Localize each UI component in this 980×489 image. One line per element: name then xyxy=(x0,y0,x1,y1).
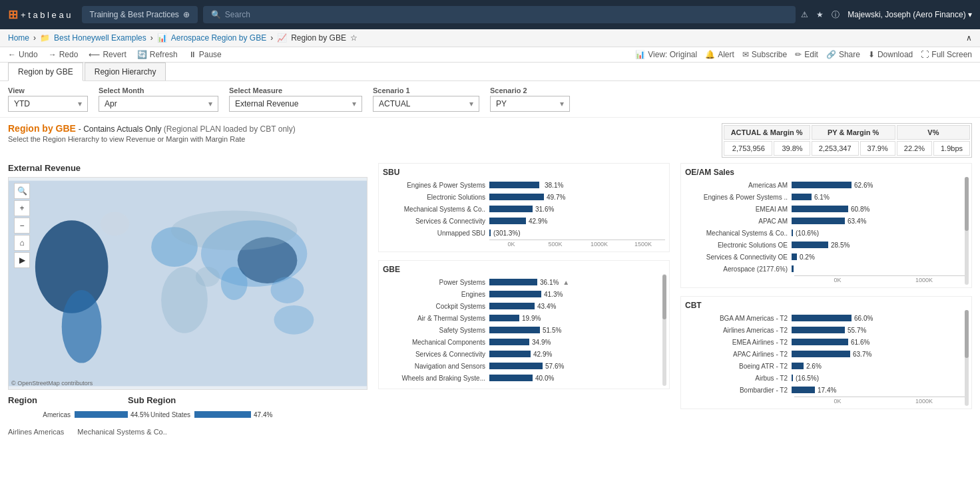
fullscreen-icon: ⛶ xyxy=(921,50,929,59)
gbe-bar-4 xyxy=(489,327,540,333)
gbe-scrollbar-thumb xyxy=(662,275,666,319)
gbe-label-7: Navigation and Sensors xyxy=(383,363,489,370)
sbu-value-2: 31.6% xyxy=(535,206,554,213)
region-row-americas: Americas 44.5% xyxy=(8,409,115,420)
fullscreen-button[interactable]: ⛶ Full Screen xyxy=(921,50,972,59)
measure-arrow: ▾ xyxy=(352,99,356,108)
oe-am-label-4: Mechanical Systems & Co.. xyxy=(685,230,792,237)
breadcrumb-best-examples[interactable]: Best Honeywell Examples xyxy=(54,33,146,43)
pause-icon: ⏸ xyxy=(188,50,196,59)
breadcrumb-collapse[interactable]: ∧ xyxy=(966,33,972,43)
measure-label: Select Measure xyxy=(229,86,362,94)
gbe-title: GBE xyxy=(383,265,665,274)
redo-button[interactable]: → Redo xyxy=(49,50,79,59)
oe-am-scrollbar xyxy=(965,177,969,285)
subscribe-button[interactable]: ✉ Subscribe xyxy=(742,50,787,59)
month-value: Apr xyxy=(105,99,117,108)
cbt-section: CBT BGA AM Americas - T2 66.0% Airlines … xyxy=(680,296,972,409)
map-search-button[interactable]: 🔍 xyxy=(14,183,30,199)
map-section: External Revenue 🔍 + − ⌂ ▶ xyxy=(8,163,368,421)
oe-am-row-3: APAC AM 63.4% xyxy=(685,216,967,226)
breadcrumb-star[interactable]: ☆ xyxy=(350,33,358,43)
subscribe-icon: ✉ xyxy=(742,50,749,59)
map-zoom-out-button[interactable]: − xyxy=(14,218,30,234)
oe-am-title: OE/AM Sales xyxy=(685,168,967,177)
cbt-label-6: Bombardier - T2 xyxy=(685,387,792,394)
svg-point-12 xyxy=(271,277,304,303)
breadcrumb-home[interactable]: Home xyxy=(8,33,29,43)
breadcrumb-folder-icon: 📁 xyxy=(40,33,50,43)
scenario1-label: Scenario 1 xyxy=(373,86,479,94)
middle-section: SBU Engines & Power Systems 38.1% Electr… xyxy=(378,163,670,421)
revert-button[interactable]: ⟵ Revert xyxy=(89,50,126,59)
scenario1-arrow: ▾ xyxy=(469,99,473,108)
cbt-row-0: BGA AM Americas - T2 66.0% xyxy=(685,313,967,323)
gbe-bar-7 xyxy=(489,363,543,369)
map-container[interactable]: 🔍 + − ⌂ ▶ xyxy=(8,177,368,390)
training-tab-label: Training & Best Practices xyxy=(90,10,179,19)
svg-point-2 xyxy=(62,290,102,363)
training-tab[interactable]: Training & Best Practices ⊕ xyxy=(82,6,198,23)
breadcrumb-aerospace[interactable]: Aerospace Region by GBE xyxy=(171,33,266,43)
cbt-scrollbar-thumb xyxy=(965,310,969,358)
month-select[interactable]: Apr ▾ xyxy=(99,96,218,112)
gbe-label-3: Air & Thermal Systems xyxy=(383,315,489,322)
gbe-chart-scroll[interactable]: Power Systems 36.1% ▲ Engines 41.3% xyxy=(383,277,665,385)
gbe-label-8: Wheels and Braking Syste... xyxy=(383,375,489,382)
view-label: View xyxy=(8,86,88,94)
scenario1-filter: Scenario 1 ACTUAL ▾ xyxy=(373,86,479,112)
favorite-icon[interactable]: ★ xyxy=(816,10,824,19)
undo-button[interactable]: ← Undo xyxy=(8,50,38,59)
tab-region-gbe[interactable]: Region by GBE xyxy=(8,63,83,81)
chart-title-block: Region by GBE - Contains Actuals Only (R… xyxy=(8,123,296,143)
toolbar-right: 📊 View: Original 🔔 Alert ✉ Subscribe ✏ E… xyxy=(635,50,972,59)
scenario2-label: Scenario 2 xyxy=(490,86,570,94)
cbt-row-5: Airbus - T2 (16.5%) xyxy=(685,373,967,383)
tab-icon: ⊕ xyxy=(183,10,190,19)
alert-button[interactable]: 🔔 Alert xyxy=(705,50,734,59)
subregion-section: Sub Region United States 47.4% xyxy=(128,395,250,421)
view-value: YTD xyxy=(14,99,30,108)
cbt-label-4: Boeing ATR - T2 xyxy=(685,363,792,370)
scenario2-filter: Scenario 2 PY ▾ xyxy=(490,86,570,112)
view-icon: 📊 xyxy=(635,50,645,59)
measure-select[interactable]: External Revenue ▾ xyxy=(229,96,362,112)
share-button[interactable]: 🔗 Share xyxy=(826,50,860,59)
view-original-button[interactable]: 📊 View: Original xyxy=(635,50,697,59)
summary-actual-val: 2,753,956 xyxy=(724,141,772,156)
gbe-label-4: Safety Systems xyxy=(383,327,489,334)
tab-region-hierarchy[interactable]: Region Hierarchy xyxy=(85,63,166,81)
gbe-row-6: Services & Connectivity 42.9% xyxy=(383,349,665,359)
gbe-bar-1 xyxy=(489,291,541,297)
cbt-chart-scroll[interactable]: BGA AM Americas - T2 66.0% Airlines Amer… xyxy=(685,313,967,405)
map-controls: 🔍 + − ⌂ ▶ xyxy=(14,183,30,268)
map-home-button[interactable]: ⌂ xyxy=(14,235,30,251)
subregion-chart: United States 47.4% xyxy=(128,409,250,420)
sbu-row-2: Mechanical Systems & Co.. 31.6% xyxy=(383,204,665,214)
scenario2-select[interactable]: PY ▾ xyxy=(490,96,570,112)
cbt-label-0: BGA AM Americas - T2 xyxy=(685,315,792,322)
map-zoom-in-button[interactable]: + xyxy=(14,200,30,216)
search-bar[interactable]: 🔍 Search xyxy=(203,6,796,23)
tableau-logo[interactable]: ⊞ + t a b l e a u xyxy=(8,7,71,22)
oe-am-chart-scroll[interactable]: Americas AM 62.6% Engines & Power System… xyxy=(685,180,967,283)
pause-button[interactable]: ⏸ Pause xyxy=(188,50,222,59)
map-play-button[interactable]: ▶ xyxy=(14,252,30,268)
view-select[interactable]: YTD ▾ xyxy=(8,96,88,112)
scenario1-select[interactable]: ACTUAL ▾ xyxy=(373,96,479,112)
region-label: Americas xyxy=(8,411,75,418)
download-button[interactable]: ⬇ Download xyxy=(868,50,913,59)
user-menu[interactable]: Majewski, Joseph (Aero Finance) ▾ xyxy=(848,10,972,19)
oe-am-row-5: Electronic Solutions OE 28.5% xyxy=(685,240,967,250)
map-title: External Revenue xyxy=(8,163,368,173)
edit-button[interactable]: ✏ Edit xyxy=(795,50,818,59)
gbe-label-2: Cockpit Systems xyxy=(383,303,489,310)
alert-icon[interactable]: ⚠ xyxy=(801,10,808,19)
refresh-button[interactable]: 🔄 Refresh xyxy=(137,50,178,59)
subregion-value: 47.4% xyxy=(254,411,272,418)
oe-am-row-1: Engines & Power Systems .. 6.1% xyxy=(685,192,967,202)
info-icon[interactable]: ⓘ xyxy=(832,9,840,21)
sbu-value-4: (301.3%) xyxy=(493,230,521,237)
summary-actual-pct: 39.8% xyxy=(774,141,810,156)
month-arrow: ▾ xyxy=(208,99,212,108)
